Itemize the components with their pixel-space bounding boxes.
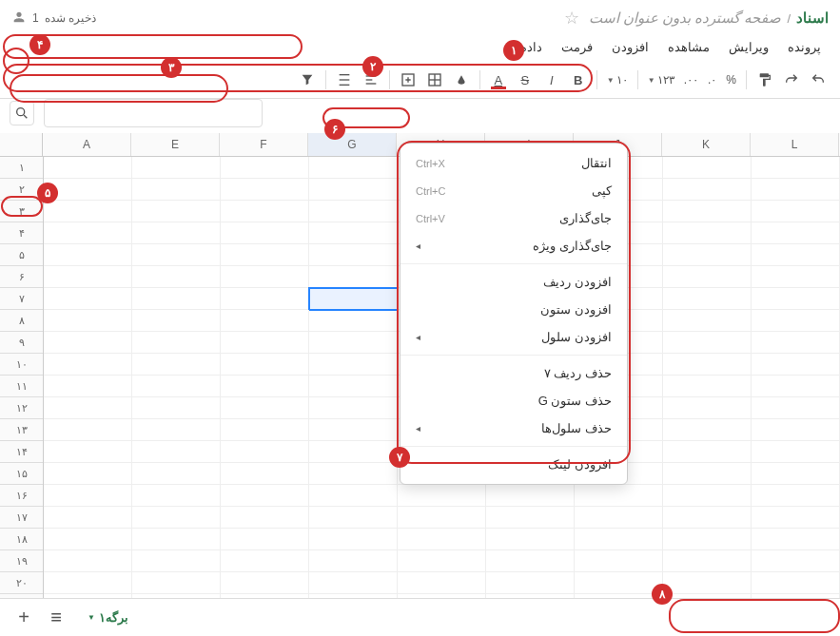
cell[interactable]: [663, 550, 752, 572]
cell[interactable]: [44, 288, 132, 310]
fill-color-icon[interactable]: [449, 67, 474, 92]
cell[interactable]: [44, 441, 132, 463]
row-header[interactable]: ۸: [0, 310, 43, 332]
cell[interactable]: [752, 179, 840, 201]
ctx-del-col[interactable]: حذف ستون G: [400, 387, 627, 414]
bold-icon[interactable]: B: [566, 67, 591, 92]
cell[interactable]: [44, 376, 132, 397]
row-header[interactable]: ۵: [0, 244, 43, 266]
cell[interactable]: [575, 550, 663, 572]
row-header[interactable]: ۱۰: [0, 354, 43, 376]
cell[interactable]: [663, 485, 752, 507]
cell[interactable]: [398, 529, 486, 550]
cell[interactable]: [752, 397, 840, 419]
cell[interactable]: [752, 244, 840, 266]
cell[interactable]: [309, 222, 398, 244]
cell[interactable]: [221, 376, 309, 397]
cell[interactable]: [398, 572, 486, 594]
cell[interactable]: [132, 354, 221, 376]
star-icon[interactable]: ☆: [564, 8, 579, 29]
cell[interactable]: [752, 572, 840, 594]
cell[interactable]: [132, 572, 221, 594]
cell[interactable]: [752, 201, 840, 222]
cell[interactable]: [132, 266, 221, 288]
row-header[interactable]: ۱۷: [0, 507, 43, 529]
cell[interactable]: [44, 397, 132, 419]
cell[interactable]: [132, 222, 221, 244]
cell[interactable]: [309, 441, 398, 463]
cell[interactable]: [752, 288, 840, 310]
cell[interactable]: [663, 529, 752, 550]
cell[interactable]: [752, 463, 840, 485]
cell[interactable]: [44, 266, 132, 288]
cell[interactable]: [663, 463, 752, 485]
cell[interactable]: [752, 222, 840, 244]
cell[interactable]: [44, 201, 132, 222]
cell[interactable]: [309, 288, 398, 310]
cell[interactable]: [752, 507, 840, 529]
cell[interactable]: [309, 244, 398, 266]
cell[interactable]: [44, 419, 132, 441]
cell[interactable]: [663, 266, 752, 288]
cell[interactable]: [663, 157, 752, 179]
ctx-paste[interactable]: جای‌گذاریCtrl+V: [400, 204, 627, 232]
cell[interactable]: [663, 376, 752, 397]
row-header[interactable]: ۷: [0, 288, 43, 310]
cell[interactable]: [398, 507, 486, 529]
cell[interactable]: [132, 441, 221, 463]
cell[interactable]: [44, 572, 132, 594]
cell[interactable]: [221, 572, 309, 594]
ctx-del-cells[interactable]: حذف سلول‌ها◂: [400, 414, 627, 442]
cell[interactable]: [309, 201, 398, 222]
font-size[interactable]: ۱۰▼: [603, 73, 632, 87]
cell[interactable]: [221, 441, 309, 463]
decimal-format-2[interactable]: ۰۰.: [680, 73, 702, 87]
cell[interactable]: [486, 485, 575, 507]
valign-icon[interactable]: [332, 67, 357, 92]
menu-edit[interactable]: ویرایش: [721, 36, 776, 58]
cell[interactable]: [44, 485, 132, 507]
cell[interactable]: [663, 507, 752, 529]
menu-file[interactable]: پرونده: [780, 36, 829, 58]
cell[interactable]: [309, 529, 398, 550]
cell[interactable]: [309, 310, 398, 332]
cell[interactable]: [663, 179, 752, 201]
select-all-corner[interactable]: [0, 133, 43, 156]
cell[interactable]: [663, 572, 752, 594]
cell[interactable]: [132, 179, 221, 201]
ctx-insert-col[interactable]: افزودن ستون: [400, 296, 627, 323]
cell[interactable]: [132, 550, 221, 572]
cell[interactable]: [221, 463, 309, 485]
cell[interactable]: [44, 507, 132, 529]
docs-home-link[interactable]: اسناد: [796, 10, 829, 27]
menu-insert[interactable]: افزودن: [604, 36, 656, 58]
cell[interactable]: [221, 550, 309, 572]
cell[interactable]: [663, 441, 752, 463]
cell[interactable]: [132, 332, 221, 354]
ctx-insert-link[interactable]: افزودن لینک: [400, 451, 627, 478]
cell[interactable]: [221, 201, 309, 222]
cell[interactable]: [309, 485, 398, 507]
font-color-icon[interactable]: A: [486, 67, 511, 92]
row-header[interactable]: ۱۶: [0, 485, 43, 507]
cell[interactable]: [44, 463, 132, 485]
cell[interactable]: [132, 529, 221, 550]
decimal-format[interactable]: ۰.: [704, 73, 720, 87]
row-header[interactable]: ۱۱: [0, 376, 43, 397]
cell[interactable]: [309, 572, 398, 594]
cell[interactable]: [309, 550, 398, 572]
strike-icon[interactable]: S: [513, 67, 537, 92]
search-icon[interactable]: [10, 101, 34, 125]
row-header[interactable]: ۳: [0, 201, 43, 222]
cell[interactable]: [663, 288, 752, 310]
cell[interactable]: [486, 550, 575, 572]
cell[interactable]: [44, 354, 132, 376]
cell[interactable]: [132, 376, 221, 397]
cell[interactable]: [221, 157, 309, 179]
cell[interactable]: [309, 419, 398, 441]
cell[interactable]: [398, 550, 486, 572]
filter-icon[interactable]: [295, 67, 320, 92]
cell[interactable]: [752, 550, 840, 572]
col-header-A[interactable]: A: [43, 133, 131, 156]
cell[interactable]: [663, 332, 752, 354]
